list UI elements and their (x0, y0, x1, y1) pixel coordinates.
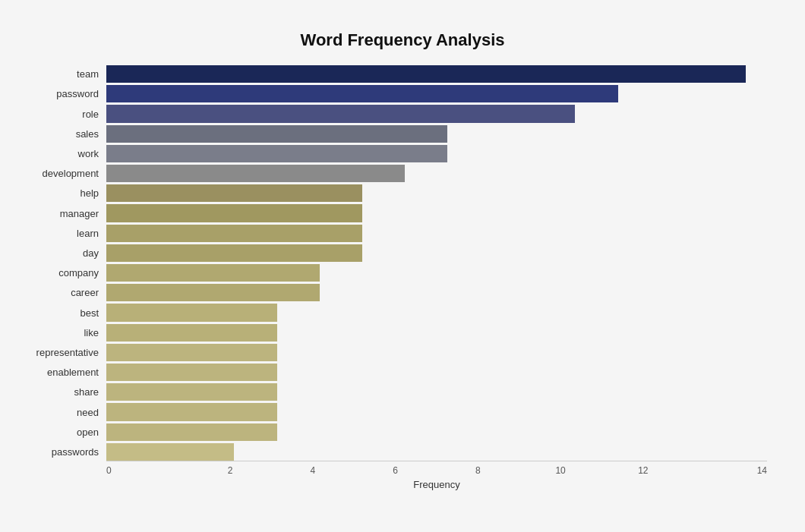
bar-fill (106, 145, 447, 162)
bar-label: passwords (27, 446, 106, 458)
bar-row: need (106, 403, 767, 420)
bar-row: sales (106, 125, 767, 143)
bar-label: open (27, 427, 106, 438)
bar-row: team (106, 65, 767, 83)
bar-label: sales (27, 128, 106, 140)
bar-track (106, 165, 767, 182)
bar-label: learn (27, 228, 106, 239)
bar-row: password (106, 85, 767, 102)
x-axis-label: Frequency (106, 479, 767, 490)
bar-track (106, 403, 767, 420)
bar-track (106, 85, 767, 102)
bar-track (106, 105, 767, 122)
bars-wrapper: teampasswordrolesalesworkdevelopmenthelp… (106, 65, 767, 461)
bar-fill (106, 284, 320, 301)
bar-label: representative (27, 347, 106, 358)
bar-label: help (27, 187, 106, 199)
bar-fill (106, 403, 277, 420)
bar-track (106, 225, 767, 242)
x-ticks: 02468101214 (106, 461, 767, 476)
bar-track (106, 244, 767, 262)
bar-track (106, 204, 767, 222)
bar-track (106, 284, 767, 301)
bar-row: work (106, 145, 767, 162)
bar-label: best (27, 307, 106, 319)
bar-fill (106, 204, 362, 222)
bar-label: like (27, 327, 106, 338)
chart-title: Word Frequency Analysis (38, 30, 767, 50)
x-tick: 6 (354, 465, 437, 476)
bar-track (106, 364, 767, 381)
bar-fill (106, 165, 405, 182)
bar-fill (106, 184, 362, 202)
bar-track (106, 65, 767, 83)
bar-track (106, 324, 767, 342)
bar-track (106, 264, 767, 282)
bar-row: career (106, 284, 767, 301)
bar-track (106, 184, 767, 202)
bar-fill (106, 324, 277, 342)
bar-track (106, 344, 767, 361)
bar-label: development (27, 168, 106, 179)
bar-label: team (27, 68, 106, 80)
bar-fill (106, 105, 575, 122)
bar-label: password (27, 88, 106, 99)
bar-row: enablement (106, 364, 767, 381)
bar-track (106, 443, 767, 461)
bar-fill (106, 383, 277, 401)
bar-track (106, 145, 767, 162)
bar-fill (106, 225, 362, 242)
x-tick: 2 (189, 465, 272, 476)
bar-fill (106, 304, 277, 321)
x-tick: 0 (106, 465, 189, 476)
bar-fill (106, 264, 320, 282)
bar-fill (106, 65, 746, 83)
bar-track (106, 423, 767, 441)
x-axis: 02468101214 Frequency (106, 461, 767, 491)
chart-container: Word Frequency Analysis teampasswordrole… (15, 15, 790, 532)
bar-row: company (106, 264, 767, 282)
bar-label: need (27, 407, 106, 418)
bar-row: manager (106, 204, 767, 222)
bar-row: day (106, 244, 767, 262)
x-tick: 10 (519, 465, 602, 476)
bar-fill (106, 364, 277, 381)
bar-fill (106, 423, 277, 441)
bar-row: learn (106, 225, 767, 242)
bar-row: like (106, 324, 767, 342)
bar-fill (106, 443, 234, 461)
bar-row: open (106, 423, 767, 441)
bar-fill (106, 244, 362, 262)
bar-track (106, 383, 767, 401)
bar-label: career (27, 287, 106, 298)
bar-row: help (106, 184, 767, 202)
bar-label: work (27, 148, 106, 159)
bar-row: representative (106, 344, 767, 361)
x-tick: 12 (602, 465, 685, 476)
x-tick: 14 (684, 465, 767, 476)
chart-area: teampasswordrolesalesworkdevelopmenthelp… (106, 65, 767, 491)
bar-fill (106, 344, 277, 361)
bar-label: company (27, 267, 106, 279)
x-tick: 4 (272, 465, 355, 476)
bar-fill (106, 85, 618, 102)
x-tick: 8 (437, 465, 519, 476)
bar-track (106, 304, 767, 321)
bar-row: role (106, 105, 767, 122)
bar-label: day (27, 247, 106, 259)
bar-label: manager (27, 208, 106, 219)
bar-label: role (27, 109, 106, 120)
bar-label: share (27, 386, 106, 398)
bar-row: best (106, 304, 767, 321)
bar-row: development (106, 165, 767, 182)
bar-track (106, 125, 767, 143)
bar-fill (106, 125, 447, 143)
bar-label: enablement (27, 367, 106, 378)
bar-row: passwords (106, 443, 767, 461)
bar-row: share (106, 383, 767, 401)
